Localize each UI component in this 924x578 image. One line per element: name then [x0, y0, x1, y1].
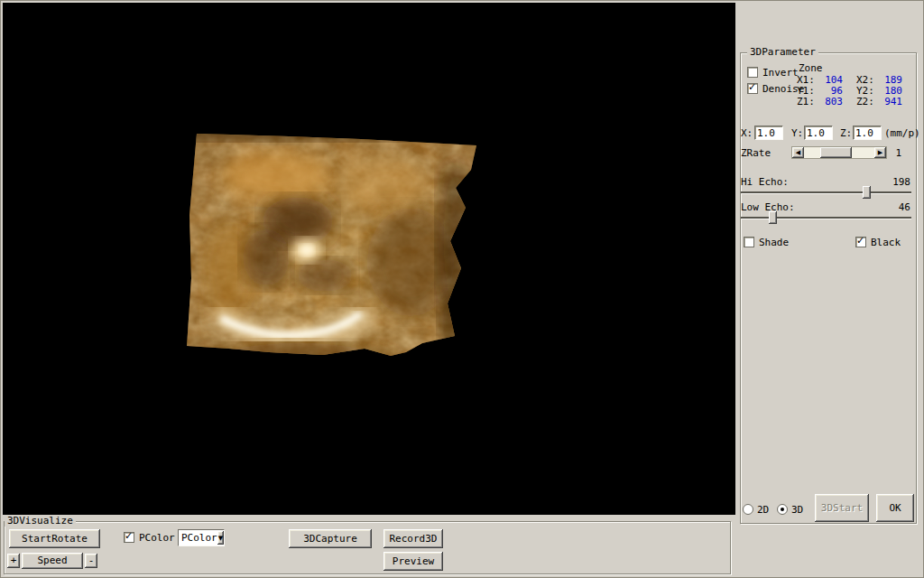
invert-label: Invert [762, 68, 799, 79]
hi-echo-value: 198 [871, 177, 910, 188]
zrate-label: ZRate [741, 148, 771, 159]
preview-button[interactable]: Preview [383, 552, 443, 571]
pcolor-dropdown[interactable]: PColor ▼ [178, 529, 225, 546]
start-rotate-button[interactable]: StartRotate [9, 529, 100, 548]
shade-label: Shade [759, 238, 789, 248]
zone-z1-label: Z1: [797, 97, 818, 107]
dropdown-arrow-icon[interactable]: ▼ [217, 531, 224, 545]
zrate-value: 1 [889, 148, 901, 159]
parameter-group-title: 3DParameter [747, 47, 818, 58]
denoise-checkbox[interactable]: ✓ [747, 83, 758, 94]
visualize-panel: 3DVisualize StartRotate ✓ PColor PColor … [0, 515, 735, 578]
parameter-panel: 3DParameter Invert ✓ Denoise Zone X1: 10… [735, 0, 924, 578]
capture-3d-button[interactable]: 3DCapture [289, 529, 372, 548]
zrate-scroll-thumb[interactable] [820, 147, 852, 158]
invert-checkbox[interactable] [747, 67, 758, 78]
hi-echo-slider-track[interactable] [741, 191, 911, 193]
low-echo-label: Low Echo: [741, 202, 795, 213]
mode-3d-label: 3D [791, 505, 803, 516]
mode-2d-radio[interactable] [743, 504, 753, 515]
black-label: Black [871, 238, 901, 248]
speed-plus-button[interactable]: + [7, 554, 20, 568]
zone-row-z: Z1: 803 Z2: 941 [797, 97, 902, 107]
parameter-groupbox: 3DParameter [740, 52, 917, 524]
start-3d-button[interactable]: 3DStart [815, 494, 869, 522]
scroll-right-icon: ▶ [878, 147, 882, 158]
pcolor-label: PColor [139, 533, 175, 544]
ok-button[interactable]: OK [876, 494, 914, 522]
hi-echo-slider-thumb[interactable] [863, 186, 871, 199]
pcolor-dropdown-value: PColor [181, 533, 217, 544]
check-icon: ✓ [125, 531, 133, 542]
scale-unit-label: (mm/p) [884, 128, 920, 139]
low-echo-slider-track[interactable] [741, 217, 911, 219]
zrate-scroll-left-button[interactable]: ◀ [792, 147, 804, 158]
ultrasound-3d-render [180, 126, 532, 415]
y-scale-input[interactable] [804, 126, 833, 140]
speed-button[interactable]: Speed [22, 553, 83, 569]
y-scale-label: Y: [791, 128, 803, 139]
low-echo-value: 46 [871, 202, 910, 213]
radio-dot-icon [781, 508, 784, 511]
check-icon: ✓ [856, 236, 864, 247]
zone-z1-value: 803 [818, 97, 843, 107]
zrate-scroll-right-button[interactable]: ▶ [874, 147, 886, 158]
z-scale-input[interactable] [853, 126, 882, 140]
zone-title: Zone [799, 63, 823, 74]
hi-echo-label: Hi Echo: [741, 177, 789, 188]
zone-z2-value: 941 [877, 97, 902, 107]
record-3d-button[interactable]: Record3D [383, 529, 443, 548]
mode-2d-label: 2D [757, 505, 769, 516]
low-echo-slider-thumb[interactable] [769, 211, 777, 224]
pcolor-checkbox[interactable]: ✓ [124, 532, 134, 543]
visualize-group-title: 3DVisualize [5, 516, 76, 527]
zrate-scrollbar[interactable]: ◀ ▶ [791, 146, 887, 159]
app-window: { "colors": { "panel_bg": "#d4d0c8", "vi… [0, 0, 924, 578]
mode-3d-radio[interactable] [777, 504, 788, 515]
speed-minus-button[interactable]: - [85, 554, 97, 568]
x-scale-label: X: [741, 128, 753, 139]
check-icon: ✓ [748, 82, 756, 93]
render-viewport[interactable] [3, 3, 735, 515]
x-scale-input[interactable] [754, 126, 783, 140]
shade-checkbox[interactable] [744, 237, 754, 247]
black-checkbox[interactable]: ✓ [855, 237, 866, 247]
scroll-left-icon: ◀ [796, 147, 800, 158]
z-scale-label: Z: [840, 128, 852, 139]
zone-z2-label: Z2: [856, 97, 877, 107]
